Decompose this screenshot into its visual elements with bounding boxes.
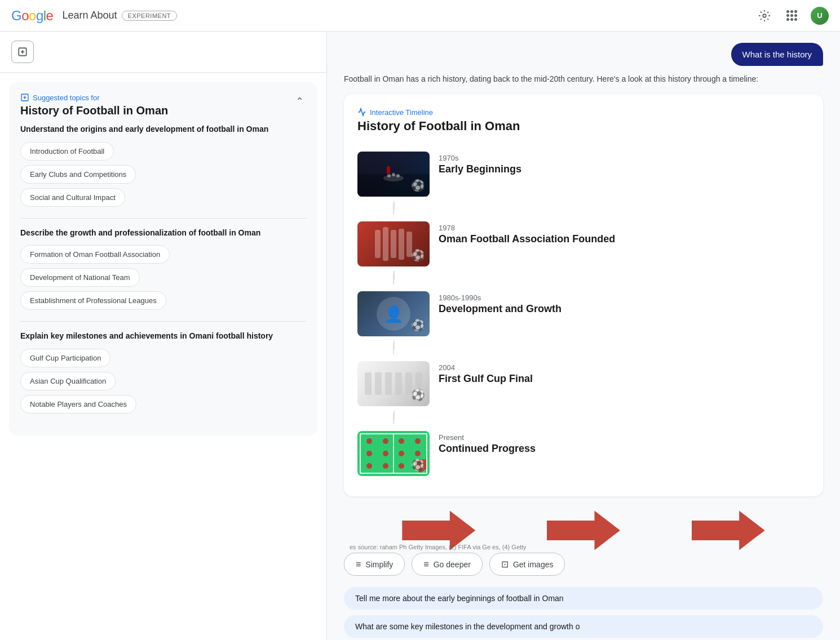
chip-formation-oman-fa[interactable]: Formation of Oman Football Association [20, 245, 170, 264]
timeline-content-1978: 1978 Oman Football Association Founded [439, 221, 810, 245]
topic-section-growth: Describe the growth and professionalizat… [20, 228, 306, 310]
timeline-title-3: Development and Growth [439, 303, 810, 315]
svg-rect-11 [387, 167, 390, 174]
get-images-button[interactable]: ⊡ Get images [489, 553, 565, 576]
chip-notable-players[interactable]: Notable Players and Coaches [20, 395, 136, 414]
svg-point-0 [763, 14, 766, 17]
header: Google Learn About EXPERIMENT U [0, 0, 840, 32]
google-letter-o2: o [29, 8, 36, 23]
topic-section-milestones: Explain key milestones and achievements … [20, 331, 306, 414]
timeline-item-1978: 1978 Oman Football Association Founded [357, 215, 810, 273]
go-deeper-button[interactable]: ≡ Go deeper [412, 553, 483, 576]
learn-about-label: Learn About [62, 10, 117, 21]
timeline-img-present [357, 431, 430, 476]
chat-bubble-row: What is the history [327, 32, 840, 73]
timeline-img-2004 [357, 361, 430, 406]
section-3-chips: Gulf Cup Participation Asian Cup Qualifi… [20, 349, 306, 414]
arrows-overlay: es source: raham Ph Getty Images, (2) FI… [344, 508, 823, 553]
topics-panel: Suggested topics for History of Football… [9, 82, 317, 436]
timeline-year-2: 1978 [439, 224, 810, 232]
user-avatar[interactable]: U [811, 7, 829, 25]
topics-title: History of Football in Oman [20, 104, 168, 117]
svg-rect-12 [388, 166, 389, 167]
svg-point-8 [387, 174, 391, 177]
followup-text-2: What are some key milestones in the deve… [355, 622, 580, 631]
svg-point-9 [392, 173, 395, 176]
timeline-content-1980s: 1980s-1990s Development and Growth [439, 291, 810, 315]
chip-intro-football[interactable]: Introduction of Football [20, 142, 114, 161]
timeline-img-1970s [357, 152, 430, 197]
google-letter-e: e [46, 8, 54, 23]
timeline-card: Interactive Timeline History of Football… [344, 94, 823, 496]
timeline-title-2: Oman Football Association Founded [439, 233, 810, 245]
sidebar-toolbar [0, 32, 326, 73]
timeline-header: Interactive Timeline [357, 108, 810, 117]
chip-national-team[interactable]: Development of National Team [20, 268, 140, 287]
collapse-button[interactable]: ⌃ [293, 93, 306, 110]
google-logo: Google [11, 8, 53, 24]
timeline-title-1: Early Beginnings [439, 163, 810, 175]
chip-professional-leagues[interactable]: Establishment of Professional Leagues [20, 291, 166, 310]
timeline-content-2004: 2004 First Gulf Cup Final [439, 361, 810, 385]
sources-overlay-text: es source: raham Ph Getty Images, (2) FI… [344, 544, 823, 550]
new-chat-button[interactable] [11, 41, 34, 63]
timeline-item-2004: 2004 First Gulf Cup Final [357, 354, 810, 413]
google-text: Google [11, 8, 53, 24]
timeline-item-1980s: 👤 1980s-1990s Development and Growth [357, 285, 810, 343]
experiment-badge: EXPERIMENT [122, 11, 178, 21]
timeline-content-1970s: 1970s Early Beginnings [439, 152, 810, 175]
timeline-items: 1970s Early Beginnings [357, 145, 810, 483]
followup-chip-2[interactable]: What are some key milestones in the deve… [344, 615, 823, 638]
get-images-label: Get images [513, 560, 554, 569]
topic-section-origins: Understand the origins and early develop… [20, 124, 306, 207]
google-letter-g2: g [36, 8, 43, 23]
timeline-title: History of Football in Oman [357, 119, 810, 134]
timeline-title-5: Continued Progress [439, 443, 810, 455]
followup-chip-1[interactable]: Tell me more about the early beginnings … [344, 587, 823, 610]
timeline-title-4: First Gulf Cup Final [439, 373, 810, 385]
section-2-title: Describe the growth and professionalizat… [20, 228, 306, 239]
main-content: What is the history Football in Oman has… [327, 32, 840, 640]
section-1-chips: Introduction of Football Early Clubs and… [20, 142, 306, 207]
go-deeper-label: Go deeper [434, 560, 471, 569]
timeline-year-1: 1970s [439, 154, 810, 162]
google-letter-o1: o [21, 8, 29, 23]
go-deeper-icon: ≡ [423, 559, 428, 570]
header-icons: U [757, 7, 829, 25]
svg-point-10 [396, 174, 400, 177]
topics-header: Suggested topics for History of Football… [20, 93, 306, 117]
simplify-button[interactable]: ≡ Simplify [344, 553, 405, 576]
google-letter-g: G [11, 8, 21, 23]
followup-section: Tell me more about the early beginnings … [327, 587, 840, 640]
timeline-year-5: Present [439, 433, 810, 442]
chip-gulf-cup[interactable]: Gulf Cup Participation [20, 349, 110, 367]
simplify-label: Simplify [365, 560, 393, 569]
response-text: Football in Oman has a rich history, dat… [327, 73, 840, 94]
timeline-img-1978 [357, 221, 430, 266]
settings-icon[interactable] [757, 8, 772, 24]
get-images-icon: ⊡ [501, 559, 509, 570]
followup-text-1: Tell me more about the early beginnings … [355, 594, 564, 603]
simplify-icon: ≡ [356, 559, 361, 570]
section-2-chips: Formation of Oman Football Association D… [20, 245, 306, 310]
main-layout: Suggested topics for History of Football… [0, 32, 840, 640]
timeline-label: Interactive Timeline [357, 108, 433, 117]
timeline-year-4: 2004 [439, 363, 810, 372]
user-chat-bubble: What is the history [731, 43, 823, 66]
chip-social-cultural[interactable]: Social and Cultural Impact [20, 188, 125, 207]
chip-asian-cup[interactable]: Asian Cup Qualification [20, 372, 116, 390]
sidebar: Suggested topics for History of Football… [0, 32, 327, 640]
apps-icon[interactable] [784, 8, 799, 24]
timeline-item-1970s: 1970s Early Beginnings [357, 145, 810, 203]
timeline-img-1980s: 👤 [357, 291, 430, 336]
section-3-title: Explain key milestones and achievements … [20, 331, 306, 342]
timeline-item-present: Present Continued Progress [357, 424, 810, 483]
timeline-year-3: 1980s-1990s [439, 294, 810, 302]
action-buttons-row: ≡ Simplify ≡ Go deeper ⊡ Get images [327, 553, 840, 576]
section-1-title: Understand the origins and early develop… [20, 124, 306, 135]
suggested-label: Suggested topics for [20, 93, 168, 102]
chip-early-clubs[interactable]: Early Clubs and Competitions [20, 165, 136, 184]
timeline-content-present: Present Continued Progress [439, 431, 810, 455]
